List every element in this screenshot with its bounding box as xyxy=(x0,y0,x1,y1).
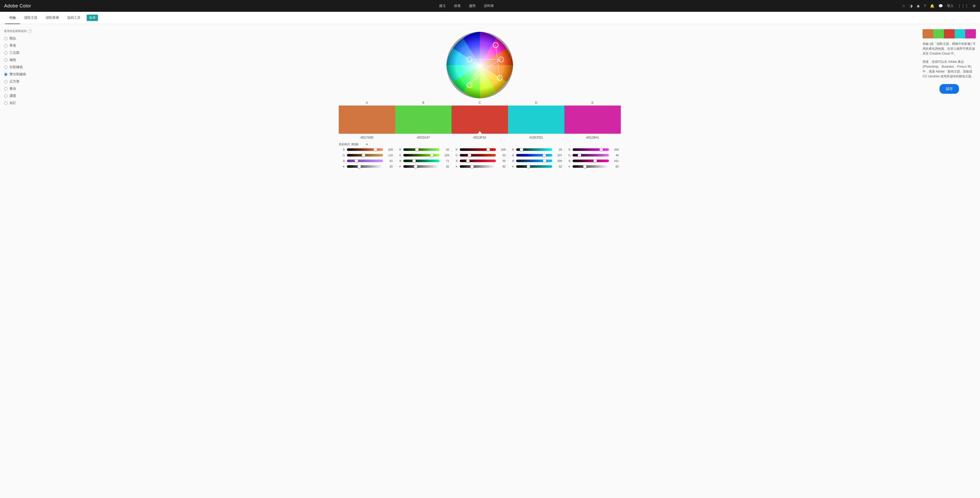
slider-row-b-b: B 71 xyxy=(397,159,449,163)
r-value-d: 29 xyxy=(554,148,562,151)
help-icon[interactable]: ? xyxy=(924,4,926,8)
help-icon-sidebar[interactable]: ? xyxy=(28,29,32,33)
color-mode-controls: 色彩模式 RGB CMYK LAB HSB ▼ xyxy=(339,143,621,146)
hex-b: #5CD147 xyxy=(395,136,452,140)
save-button[interactable]: 儲存 xyxy=(940,84,959,94)
radio-square[interactable]: 正方形 xyxy=(4,79,37,84)
hex-c: #D13F32 xyxy=(452,136,508,140)
b-slider-e[interactable] xyxy=(573,160,609,162)
color-wheel-icon[interactable]: ◉ xyxy=(917,4,920,8)
g-slider-b[interactable] xyxy=(403,154,439,157)
tab-extract-gradient[interactable]: 擷取漸層 xyxy=(41,12,63,24)
login-button[interactable]: 登入 xyxy=(947,3,954,8)
swatch-b[interactable] xyxy=(395,106,452,134)
nav-link-trends[interactable]: 趨勢 xyxy=(469,3,476,8)
swatch-label-c: C xyxy=(452,101,508,105)
nav-link-library[interactable]: 資料庫 xyxy=(484,3,494,8)
slider-row-b-a: B 61 xyxy=(341,159,393,163)
g-slider-d[interactable] xyxy=(516,154,552,157)
g-value-a: 116 xyxy=(385,154,393,157)
color-mode-select[interactable]: RGB CMYK LAB HSB xyxy=(352,143,364,146)
g-slider-e[interactable] xyxy=(573,154,609,157)
radio-custom[interactable]: 自訂 xyxy=(4,101,37,105)
radio-complementary[interactable]: 補色 xyxy=(4,58,37,62)
color-wheel-svg xyxy=(444,29,515,101)
star-icon[interactable]: ☆ xyxy=(902,4,905,8)
g-value-c: 63 xyxy=(498,154,506,157)
notifications-icon[interactable]: 🔔 xyxy=(930,4,934,8)
g-slider-c[interactable] xyxy=(460,154,496,157)
b-slider-c[interactable] xyxy=(460,160,496,162)
slider-row-l-c: ☀ 82 xyxy=(453,165,506,168)
settings-icon[interactable]: ⚙ xyxy=(972,4,976,8)
swatches-row xyxy=(339,106,621,134)
svg-point-2 xyxy=(446,32,513,98)
r-slider-b[interactable] xyxy=(403,148,439,151)
b-slider-d[interactable] xyxy=(516,160,552,162)
slider-col-c: R 209 G 63 B xyxy=(452,148,508,170)
preview-swatch-c xyxy=(944,29,955,38)
l-slider-c[interactable] xyxy=(460,165,496,168)
radio-compound[interactable]: 複合 xyxy=(4,86,37,91)
preview-swatch-e xyxy=(965,29,976,38)
radio-triad[interactable]: 三元群 xyxy=(4,51,37,55)
sidebar-section-title: 套用色彩調和規則 ? xyxy=(4,29,37,33)
swatch-label-b: B xyxy=(395,101,452,105)
g-slider-a[interactable] xyxy=(347,154,383,157)
l-value-e: 82 xyxy=(611,165,619,168)
right-description-2: 然後，您就可以在 Adobe 產品 (Photoshop、Illustrator… xyxy=(923,59,976,79)
b-slider-b[interactable] xyxy=(403,160,439,162)
slider-col-b: R 92 G 209 B xyxy=(395,148,452,170)
b-value-c: 50 xyxy=(498,159,506,162)
r-slider-a[interactable] xyxy=(347,148,383,151)
radio-analogy[interactable]: 類比 xyxy=(4,36,37,41)
slider-row-g-c: G 63 xyxy=(453,154,506,157)
l-value-c: 82 xyxy=(498,165,506,168)
slider-row-l-d: ☀ 82 xyxy=(510,165,562,168)
l-slider-b[interactable] xyxy=(403,165,439,168)
apps-icon[interactable]: ⋮⋮⋮ xyxy=(958,4,969,8)
moon-icon[interactable]: ◑ xyxy=(910,4,913,8)
r-value-a: 209 xyxy=(385,148,393,151)
color-mode-label: 色彩模式 xyxy=(339,143,350,146)
slider-row-r-b: R 92 xyxy=(397,148,449,151)
slider-col-e: R 209 G 40 B xyxy=(564,148,621,170)
slider-row-r-a: R 209 xyxy=(341,148,393,151)
nav-link-explore[interactable]: 探索 xyxy=(454,3,461,8)
r-slider-c[interactable] xyxy=(460,148,496,151)
nav-link-create[interactable]: 建立 xyxy=(439,3,446,8)
tab-new-button[interactable]: 新增 xyxy=(87,14,98,21)
swatch-e[interactable] xyxy=(564,106,621,134)
swatch-d[interactable] xyxy=(508,106,564,134)
l-value-a: 82 xyxy=(385,165,393,168)
slider-row-l-a: ☀ 82 xyxy=(341,165,393,168)
radio-double-split[interactable]: 雙分割補色 xyxy=(4,72,37,76)
swatch-a[interactable] xyxy=(339,106,395,134)
l-slider-e[interactable] xyxy=(573,165,609,168)
chevron-down-icon: ▼ xyxy=(366,143,368,146)
l-slider-d[interactable] xyxy=(516,165,552,168)
radio-monochrome[interactable]: 單色 xyxy=(4,43,37,48)
tab-color-wheel[interactable]: 色輪 xyxy=(5,12,20,24)
slider-row-g-a: G 116 xyxy=(341,154,393,157)
color-wheel-container[interactable] xyxy=(444,29,515,101)
l-value-d: 82 xyxy=(554,165,562,168)
slider-row-b-d: B 209 xyxy=(510,159,562,163)
slider-row-g-d: G 207 xyxy=(510,154,562,157)
l-slider-a[interactable] xyxy=(347,165,383,168)
l-label-a: ☀ xyxy=(341,165,345,168)
radio-split-complementary[interactable]: 分割補色 xyxy=(4,65,37,70)
tab-accessibility[interactable]: 協助工具 xyxy=(63,12,84,24)
r-value-b: 92 xyxy=(442,148,449,151)
r-value-c: 209 xyxy=(498,148,506,151)
b-slider-a[interactable] xyxy=(347,160,383,162)
swatch-c[interactable] xyxy=(452,106,508,134)
r-slider-d[interactable] xyxy=(516,148,552,151)
tab-extract-theme[interactable]: 擷取主題 xyxy=(20,12,41,24)
r-slider-e[interactable] xyxy=(573,148,609,151)
radio-shades[interactable]: 濃度 xyxy=(4,94,37,98)
r-label-a: R xyxy=(341,148,345,151)
swatch-hex-row: #D1743D #5CD147 #D13F32 #1DCFD1 #D128A1 xyxy=(339,136,621,140)
hex-a: #D1743D xyxy=(339,136,395,140)
chat-icon[interactable]: 💬 xyxy=(939,4,943,8)
